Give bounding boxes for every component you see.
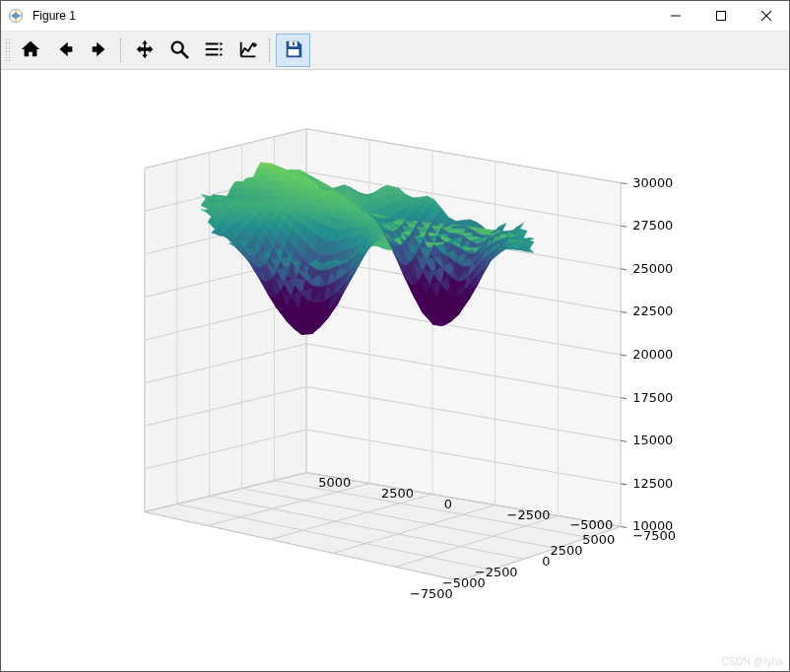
back-icon <box>54 38 76 63</box>
back-button[interactable] <box>47 34 82 67</box>
svg-line-58 <box>621 226 626 227</box>
minimize-button[interactable] <box>653 1 698 31</box>
home-button[interactable] <box>13 34 47 67</box>
pan-icon <box>134 38 156 63</box>
svg-line-57 <box>621 269 626 270</box>
forward-icon <box>89 38 110 63</box>
svg-line-54 <box>621 398 626 399</box>
app-icon <box>1 1 31 31</box>
svg-text:27500: 27500 <box>632 218 673 233</box>
svg-text:−2500: −2500 <box>507 507 551 522</box>
save-button[interactable] <box>276 34 310 67</box>
svg-text:15000: 15000 <box>632 433 673 447</box>
svg-text:2500: 2500 <box>381 486 414 501</box>
svg-line-53 <box>621 440 626 441</box>
z-axis-ticks: 1000012500150001750020000225002500027500… <box>632 175 673 534</box>
svg-rect-5 <box>288 49 298 55</box>
axes-icon <box>237 38 259 63</box>
titlebar: Figure 1 <box>1 1 789 32</box>
svg-text:30000: 30000 <box>632 175 673 190</box>
svg-text:20000: 20000 <box>632 347 673 362</box>
svg-text:5000: 5000 <box>318 475 351 490</box>
maximize-button[interactable] <box>698 1 744 31</box>
window: Figure 1 <box>0 0 790 672</box>
svg-rect-4 <box>293 41 295 45</box>
svg-text:17500: 17500 <box>632 390 673 405</box>
svg-line-55 <box>621 355 626 356</box>
svg-rect-1 <box>717 12 726 21</box>
svg-text:2500: 2500 <box>550 543 582 558</box>
svg-line-59 <box>621 183 626 184</box>
toolbar-grip <box>5 38 11 62</box>
subplots-icon <box>203 38 225 63</box>
svg-text:25000: 25000 <box>632 261 673 276</box>
svg-text:0: 0 <box>542 554 550 569</box>
svg-text:12500: 12500 <box>632 476 673 491</box>
toolbar <box>1 32 789 70</box>
close-button[interactable] <box>744 1 789 31</box>
zoom-button[interactable] <box>162 34 196 67</box>
svg-text:22500: 22500 <box>632 303 673 318</box>
svg-text:−2500: −2500 <box>475 565 518 579</box>
svg-text:0: 0 <box>444 497 452 511</box>
subplots-button[interactable] <box>196 34 230 67</box>
svg-text:5000: 5000 <box>582 532 615 547</box>
home-icon <box>20 38 41 63</box>
forward-button[interactable] <box>82 34 116 67</box>
save-icon <box>283 38 304 63</box>
watermark: CSDN @fyhs <box>721 656 783 667</box>
svg-line-52 <box>621 484 626 485</box>
pan-button[interactable] <box>127 34 162 67</box>
axes-button[interactable] <box>230 34 265 67</box>
chart-svg: 1000012500150001750020000225002500027500… <box>1 70 789 671</box>
window-title: Figure 1 <box>33 9 76 23</box>
svg-text:−7500: −7500 <box>632 528 676 543</box>
toolbar-separator <box>120 38 123 62</box>
plot-canvas[interactable]: 1000012500150001750020000225002500027500… <box>1 70 789 671</box>
toolbar-separator <box>269 38 272 62</box>
svg-line-51 <box>621 526 626 527</box>
zoom-icon <box>168 38 190 63</box>
svg-text:−5000: −5000 <box>569 517 613 532</box>
svg-line-56 <box>621 311 626 312</box>
